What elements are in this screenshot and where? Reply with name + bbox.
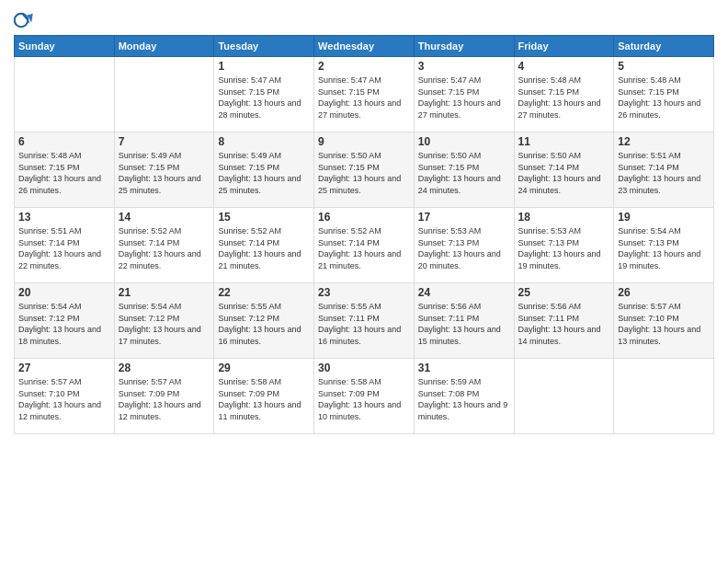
day-number: 15 bbox=[218, 211, 310, 224]
day-number: 4 bbox=[518, 60, 610, 73]
calendar-cell: 28Sunrise: 5:57 AM Sunset: 7:09 PM Dayli… bbox=[114, 359, 214, 434]
day-number: 22 bbox=[218, 286, 310, 299]
day-info: Sunrise: 5:56 AM Sunset: 7:11 PM Dayligh… bbox=[518, 301, 610, 347]
weekday-header-tuesday: Tuesday bbox=[214, 36, 314, 57]
calendar-cell: 27Sunrise: 5:57 AM Sunset: 7:10 PM Dayli… bbox=[15, 359, 115, 434]
day-info: Sunrise: 5:55 AM Sunset: 7:12 PM Dayligh… bbox=[218, 301, 310, 347]
calendar-cell: 1Sunrise: 5:47 AM Sunset: 7:15 PM Daylig… bbox=[214, 57, 314, 132]
day-number: 29 bbox=[218, 362, 310, 374]
day-number: 28 bbox=[119, 362, 210, 374]
day-number: 30 bbox=[318, 362, 410, 374]
day-info: Sunrise: 5:52 AM Sunset: 7:14 PM Dayligh… bbox=[119, 225, 210, 271]
calendar-cell: 8Sunrise: 5:49 AM Sunset: 7:15 PM Daylig… bbox=[214, 132, 314, 208]
day-info: Sunrise: 5:53 AM Sunset: 7:13 PM Dayligh… bbox=[518, 225, 610, 271]
day-number: 19 bbox=[618, 211, 710, 224]
calendar-cell: 17Sunrise: 5:53 AM Sunset: 7:13 PM Dayli… bbox=[414, 208, 514, 283]
calendar-cell: 7Sunrise: 5:49 AM Sunset: 7:15 PM Daylig… bbox=[114, 132, 214, 208]
calendar-cell: 14Sunrise: 5:52 AM Sunset: 7:14 PM Dayli… bbox=[114, 208, 214, 283]
calendar-cell: 3Sunrise: 5:47 AM Sunset: 7:15 PM Daylig… bbox=[414, 57, 514, 132]
week-row-4: 20Sunrise: 5:54 AM Sunset: 7:12 PM Dayli… bbox=[15, 283, 714, 359]
day-number: 18 bbox=[518, 211, 610, 224]
calendar-cell: 29Sunrise: 5:58 AM Sunset: 7:09 PM Dayli… bbox=[214, 359, 314, 434]
day-number: 31 bbox=[418, 362, 510, 374]
calendar-cell: 13Sunrise: 5:51 AM Sunset: 7:14 PM Dayli… bbox=[15, 208, 115, 283]
day-number: 21 bbox=[119, 286, 210, 299]
day-info: Sunrise: 5:54 AM Sunset: 7:12 PM Dayligh… bbox=[119, 301, 210, 347]
calendar-cell: 21Sunrise: 5:54 AM Sunset: 7:12 PM Dayli… bbox=[114, 283, 214, 359]
day-number: 9 bbox=[318, 135, 410, 148]
day-number: 17 bbox=[418, 211, 510, 224]
day-info: Sunrise: 5:50 AM Sunset: 7:15 PM Dayligh… bbox=[418, 150, 510, 196]
calendar-cell: 24Sunrise: 5:56 AM Sunset: 7:11 PM Dayli… bbox=[414, 283, 514, 359]
calendar-cell bbox=[114, 57, 214, 132]
day-info: Sunrise: 5:49 AM Sunset: 7:15 PM Dayligh… bbox=[218, 150, 310, 196]
weekday-header-row: SundayMondayTuesdayWednesdayThursdayFrid… bbox=[15, 36, 714, 57]
day-number: 26 bbox=[618, 286, 710, 299]
calendar-cell bbox=[614, 359, 714, 434]
weekday-header-wednesday: Wednesday bbox=[314, 36, 415, 57]
day-number: 5 bbox=[618, 60, 710, 73]
day-info: Sunrise: 5:59 AM Sunset: 7:08 PM Dayligh… bbox=[418, 376, 510, 422]
day-number: 13 bbox=[18, 211, 110, 224]
day-info: Sunrise: 5:56 AM Sunset: 7:11 PM Dayligh… bbox=[418, 301, 510, 347]
day-number: 27 bbox=[18, 362, 110, 374]
day-number: 24 bbox=[418, 286, 510, 299]
calendar-cell: 16Sunrise: 5:52 AM Sunset: 7:14 PM Dayli… bbox=[314, 208, 415, 283]
main-container: SundayMondayTuesdayWednesdayThursdayFrid… bbox=[0, 0, 728, 439]
day-info: Sunrise: 5:48 AM Sunset: 7:15 PM Dayligh… bbox=[18, 150, 110, 196]
day-number: 23 bbox=[318, 286, 410, 299]
day-info: Sunrise: 5:48 AM Sunset: 7:15 PM Dayligh… bbox=[618, 75, 710, 121]
logo-icon bbox=[14, 9, 36, 31]
day-info: Sunrise: 5:52 AM Sunset: 7:14 PM Dayligh… bbox=[318, 225, 410, 271]
week-row-5: 27Sunrise: 5:57 AM Sunset: 7:10 PM Dayli… bbox=[15, 359, 714, 434]
calendar-cell: 4Sunrise: 5:48 AM Sunset: 7:15 PM Daylig… bbox=[514, 57, 614, 132]
calendar-cell: 31Sunrise: 5:59 AM Sunset: 7:08 PM Dayli… bbox=[414, 359, 514, 434]
calendar: SundayMondayTuesdayWednesdayThursdayFrid… bbox=[14, 35, 714, 434]
calendar-cell: 10Sunrise: 5:50 AM Sunset: 7:15 PM Dayli… bbox=[414, 132, 514, 208]
calendar-cell: 26Sunrise: 5:57 AM Sunset: 7:10 PM Dayli… bbox=[614, 283, 714, 359]
calendar-cell: 18Sunrise: 5:53 AM Sunset: 7:13 PM Dayli… bbox=[514, 208, 614, 283]
day-number: 14 bbox=[119, 211, 210, 224]
day-number: 11 bbox=[518, 135, 610, 148]
day-number: 6 bbox=[18, 135, 110, 148]
calendar-cell: 25Sunrise: 5:56 AM Sunset: 7:11 PM Dayli… bbox=[514, 283, 614, 359]
calendar-cell: 5Sunrise: 5:48 AM Sunset: 7:15 PM Daylig… bbox=[614, 57, 714, 132]
day-number: 10 bbox=[418, 135, 510, 148]
day-number: 7 bbox=[119, 135, 210, 148]
weekday-header-sunday: Sunday bbox=[15, 36, 115, 57]
calendar-cell: 9Sunrise: 5:50 AM Sunset: 7:15 PM Daylig… bbox=[314, 132, 415, 208]
day-info: Sunrise: 5:49 AM Sunset: 7:15 PM Dayligh… bbox=[119, 150, 210, 196]
day-info: Sunrise: 5:57 AM Sunset: 7:10 PM Dayligh… bbox=[18, 376, 110, 422]
day-info: Sunrise: 5:47 AM Sunset: 7:15 PM Dayligh… bbox=[218, 75, 310, 121]
day-number: 3 bbox=[418, 60, 510, 73]
day-number: 12 bbox=[618, 135, 710, 148]
calendar-cell: 19Sunrise: 5:54 AM Sunset: 7:13 PM Dayli… bbox=[614, 208, 714, 283]
weekday-header-friday: Friday bbox=[514, 36, 614, 57]
day-info: Sunrise: 5:58 AM Sunset: 7:09 PM Dayligh… bbox=[318, 376, 410, 422]
calendar-cell bbox=[15, 57, 115, 132]
week-row-1: 1Sunrise: 5:47 AM Sunset: 7:15 PM Daylig… bbox=[15, 57, 714, 132]
day-number: 2 bbox=[318, 60, 410, 73]
week-row-3: 13Sunrise: 5:51 AM Sunset: 7:14 PM Dayli… bbox=[15, 208, 714, 283]
weekday-header-monday: Monday bbox=[114, 36, 214, 57]
day-info: Sunrise: 5:51 AM Sunset: 7:14 PM Dayligh… bbox=[18, 225, 110, 271]
calendar-cell: 6Sunrise: 5:48 AM Sunset: 7:15 PM Daylig… bbox=[15, 132, 115, 208]
logo bbox=[14, 9, 40, 31]
svg-point-0 bbox=[15, 14, 28, 27]
calendar-cell: 15Sunrise: 5:52 AM Sunset: 7:14 PM Dayli… bbox=[214, 208, 314, 283]
day-info: Sunrise: 5:47 AM Sunset: 7:15 PM Dayligh… bbox=[318, 75, 410, 121]
day-info: Sunrise: 5:55 AM Sunset: 7:11 PM Dayligh… bbox=[318, 301, 410, 347]
header bbox=[14, 9, 714, 31]
calendar-cell: 30Sunrise: 5:58 AM Sunset: 7:09 PM Dayli… bbox=[314, 359, 415, 434]
day-info: Sunrise: 5:58 AM Sunset: 7:09 PM Dayligh… bbox=[218, 376, 310, 422]
calendar-cell bbox=[514, 359, 614, 434]
calendar-cell: 20Sunrise: 5:54 AM Sunset: 7:12 PM Dayli… bbox=[15, 283, 115, 359]
day-number: 25 bbox=[518, 286, 610, 299]
day-info: Sunrise: 5:54 AM Sunset: 7:12 PM Dayligh… bbox=[18, 301, 110, 347]
day-number: 1 bbox=[218, 60, 310, 73]
day-info: Sunrise: 5:50 AM Sunset: 7:15 PM Dayligh… bbox=[318, 150, 410, 196]
day-number: 8 bbox=[218, 135, 310, 148]
day-info: Sunrise: 5:53 AM Sunset: 7:13 PM Dayligh… bbox=[418, 225, 510, 271]
calendar-cell: 11Sunrise: 5:50 AM Sunset: 7:14 PM Dayli… bbox=[514, 132, 614, 208]
weekday-header-saturday: Saturday bbox=[614, 36, 714, 57]
